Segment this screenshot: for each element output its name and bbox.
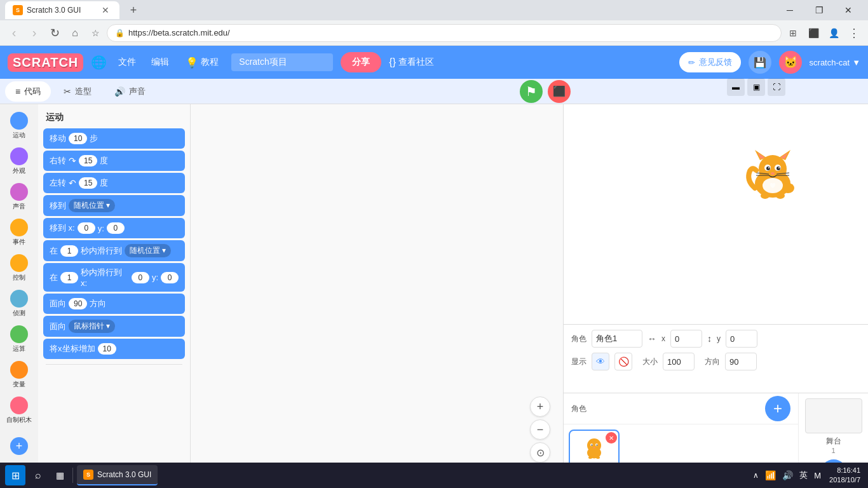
task-view-btn[interactable]: ▦: [51, 466, 69, 484]
nav-home-button[interactable]: ⌂: [66, 24, 84, 42]
tab-sound[interactable]: 🔊 声音: [104, 81, 156, 102]
go-to-x-input[interactable]: 0: [78, 222, 95, 234]
stop-btn[interactable]: ⬛: [548, 80, 571, 103]
feedback-button[interactable]: ✏ 意见反馈: [679, 52, 741, 72]
new-tab-button[interactable]: +: [125, 1, 142, 19]
tray-input-icon[interactable]: M: [812, 471, 823, 480]
menu-edit-btn[interactable]: 编辑: [147, 54, 173, 71]
size-input[interactable]: [663, 353, 695, 370]
add-extension-btn[interactable]: +: [3, 435, 36, 458]
sprite-name-input[interactable]: [592, 330, 642, 348]
minimize-button[interactable]: ─: [775, 0, 804, 20]
turn-right-input[interactable]: 15: [79, 155, 97, 166]
nav-star-button[interactable]: ☆: [86, 24, 104, 42]
extensions-btn[interactable]: ⊞: [784, 24, 802, 42]
category-operator[interactable]: 运算: [3, 323, 36, 356]
category-myblocks[interactable]: 自制积木: [3, 394, 36, 427]
search-taskbar-btn[interactable]: ⌕: [29, 466, 47, 484]
tab-code[interactable]: ≡ 代码: [5, 81, 51, 102]
block-turn-left[interactable]: 左转 ↶ 15 度: [43, 173, 185, 193]
tray-wifi-icon[interactable]: 📶: [763, 470, 778, 480]
block-go-to-xy[interactable]: 移到 x: 0 y: 0: [43, 218, 185, 238]
tray-volume-icon[interactable]: 🔊: [780, 470, 795, 480]
glide-to-dropdown[interactable]: 随机位置 ▾: [125, 244, 171, 257]
small-stage-btn[interactable]: ▬: [727, 78, 745, 96]
user-profile-btn[interactable]: 👤: [825, 24, 843, 42]
community-btn[interactable]: {} 查看社区: [389, 57, 434, 68]
nav-refresh-button[interactable]: ↻: [46, 24, 64, 42]
user-menu-btn[interactable]: scratch-cat ▼: [810, 58, 860, 67]
restore-button[interactable]: ❐: [804, 0, 834, 20]
address-bar[interactable]: 🔒 https://beta.scratch.mit.edu/: [107, 24, 782, 42]
script-area[interactable]: + − ⊙ 书包: [191, 104, 563, 488]
project-name-input[interactable]: [231, 53, 333, 71]
category-sound[interactable]: 声音: [3, 180, 36, 214]
green-flag-btn[interactable]: ⚑: [520, 80, 543, 103]
nav-back-button[interactable]: ‹: [5, 24, 23, 42]
block-point-dir[interactable]: 面向 90 方向: [43, 294, 185, 314]
save-icon-btn[interactable]: 💾: [749, 51, 771, 74]
category-events[interactable]: 事件: [3, 216, 36, 249]
y-input[interactable]: [726, 330, 757, 348]
cast-btn[interactable]: ⬛: [804, 24, 822, 42]
category-variables[interactable]: 变量: [3, 358, 36, 391]
menu-tutorial-btn[interactable]: 💡 教程: [180, 54, 224, 71]
scratch-logo[interactable]: SCRATCH: [8, 53, 83, 72]
point-dir-input[interactable]: 90: [69, 298, 87, 309]
taskbar-app-scratch[interactable]: S Scratch 3.0 GUI: [77, 465, 158, 485]
show-visible-btn[interactable]: 👁: [592, 353, 609, 370]
taskbar-clock[interactable]: 8:16:41 2018/10/7: [827, 466, 863, 485]
svg-point-12: [771, 172, 775, 175]
fullscreen-btn[interactable]: ⛶: [768, 78, 785, 96]
block-turn-right[interactable]: 右转 ↷ 15 度: [43, 151, 185, 171]
globe-btn[interactable]: 🌐: [91, 55, 107, 70]
show-hidden-btn[interactable]: 🚫: [614, 353, 632, 370]
scratch-app: SCRATCH 🌐 文件 编辑 💡 教程 分享 {} 查看社区 ✏ 意见反馈 💾…: [0, 46, 868, 488]
menu-file-btn[interactable]: 文件: [114, 54, 140, 71]
go-to-dropdown[interactable]: 随机位置 ▾: [69, 199, 115, 212]
zoom-in-btn[interactable]: +: [530, 396, 550, 417]
big-stage-btn[interactable]: ▣: [747, 78, 765, 96]
go-to-y-input[interactable]: 0: [107, 222, 125, 234]
nav-forward-button[interactable]: ›: [25, 24, 43, 42]
tray-up-arrow[interactable]: ∧: [751, 471, 761, 480]
tab-costume[interactable]: ✂ 造型: [53, 81, 102, 102]
tray-lang-icon[interactable]: 英: [797, 470, 810, 481]
direction-input[interactable]: [725, 353, 757, 370]
category-control[interactable]: 控制: [3, 252, 36, 285]
category-looks[interactable]: 外观: [3, 145, 36, 178]
close-button[interactable]: ✕: [834, 0, 863, 20]
tab-close-btn[interactable]: ✕: [99, 5, 112, 15]
glide-sec-input[interactable]: 1: [60, 245, 78, 257]
turn-left-input[interactable]: 15: [79, 177, 97, 189]
sprite-delete-btn[interactable]: ✕: [606, 432, 617, 444]
zoom-reset-btn[interactable]: ⊙: [530, 442, 550, 463]
browser-tab[interactable]: S Scratch 3.0 GUI ✕: [5, 1, 119, 19]
x-input[interactable]: [670, 330, 702, 348]
stage-mini-preview[interactable]: [805, 398, 862, 433]
block-move-steps[interactable]: 移动 10 步: [43, 128, 185, 149]
change-x-input[interactable]: 10: [98, 343, 116, 355]
y-arrow-icon: ↕: [707, 334, 712, 344]
category-motion[interactable]: 运动: [3, 109, 36, 142]
point-towards-dropdown[interactable]: 鼠标指针 ▾: [69, 320, 115, 333]
add-sprite-btn[interactable]: +: [765, 396, 790, 421]
community-icon: {}: [389, 57, 396, 68]
block-glide-to[interactable]: 在 1 秒内滑行到 随机位置 ▾: [43, 240, 185, 261]
tab-favicon: S: [13, 5, 23, 15]
category-sensing[interactable]: 侦测: [3, 287, 36, 320]
block-go-to[interactable]: 移到 随机位置 ▾: [43, 195, 185, 216]
start-button[interactable]: ⊞: [5, 465, 25, 485]
browser-menu-btn[interactable]: ⋮: [845, 24, 863, 42]
block-change-x[interactable]: 将x坐标增加 10: [43, 339, 185, 359]
block-glide-to-xy[interactable]: 在 1 秒内滑行到 x: 0 y: 0: [43, 263, 185, 292]
block-point-towards[interactable]: 面向 鼠标指针 ▾: [43, 316, 185, 337]
variables-label: 变量: [13, 380, 25, 389]
glide-xy-y-input[interactable]: 0: [161, 272, 179, 283]
share-button[interactable]: 分享: [341, 52, 381, 72]
glide-xy-x-input[interactable]: 0: [132, 272, 149, 283]
zoom-out-btn[interactable]: −: [530, 419, 550, 440]
move-steps-input[interactable]: 10: [69, 133, 87, 144]
palette-divider: [46, 364, 182, 365]
glide-xy-sec-input[interactable]: 1: [60, 272, 78, 283]
